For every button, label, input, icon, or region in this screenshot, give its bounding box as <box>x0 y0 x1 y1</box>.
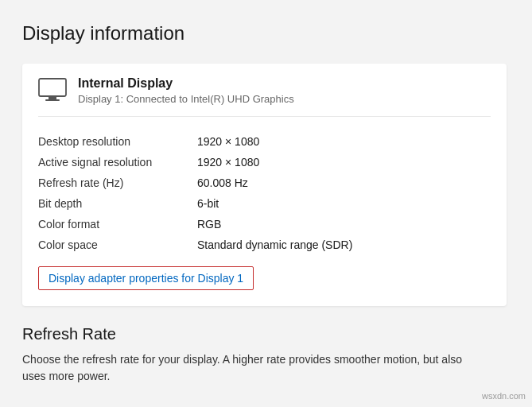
display-info-header-text: Internal Display Display 1: Connected to… <box>78 76 294 105</box>
row-value: 1920 × 1080 <box>197 131 491 152</box>
row-value: Standard dynamic range (SDR) <box>197 235 491 255</box>
row-label: Active signal resolution <box>38 152 197 172</box>
table-row: Desktop resolution1920 × 1080 <box>38 131 491 152</box>
row-label: Refresh rate (Hz) <box>38 172 197 193</box>
row-label: Bit depth <box>38 193 197 214</box>
adapter-link[interactable]: Display adapter properties for Display 1 <box>49 272 243 285</box>
row-value: 60.008 Hz <box>197 172 491 193</box>
page-title: Display information <box>22 22 507 45</box>
row-value: 6-bit <box>197 193 491 214</box>
svg-rect-2 <box>45 99 60 101</box>
display-info-table: Desktop resolution1920 × 1080Active sign… <box>38 131 491 255</box>
table-row: Color spaceStandard dynamic range (SDR) <box>38 235 491 255</box>
row-value: RGB <box>197 214 491 235</box>
watermark: wsxdn.com <box>482 391 526 401</box>
row-label: Desktop resolution <box>38 131 197 152</box>
table-row: Refresh rate (Hz)60.008 Hz <box>38 172 491 193</box>
table-row: Color formatRGB <box>38 214 491 235</box>
row-label: Color format <box>38 214 197 235</box>
refresh-rate-description: Choose the refresh rate for your display… <box>22 351 483 385</box>
display-header: Internal Display Display 1: Connected to… <box>38 76 491 117</box>
row-value: 1920 × 1080 <box>197 152 491 172</box>
display-subtitle: Display 1: Connected to Intel(R) UHD Gra… <box>78 93 294 105</box>
monitor-icon <box>38 78 67 104</box>
display-info-card: Internal Display Display 1: Connected to… <box>22 64 507 306</box>
adapter-link-wrapper: Display adapter properties for Display 1 <box>38 266 254 290</box>
row-label: Color space <box>38 235 197 255</box>
svg-rect-0 <box>39 79 66 96</box>
table-row: Active signal resolution1920 × 1080 <box>38 152 491 172</box>
refresh-rate-title: Refresh Rate <box>22 325 507 343</box>
display-name: Internal Display <box>78 76 294 91</box>
svg-rect-1 <box>49 96 56 99</box>
table-row: Bit depth6-bit <box>38 193 491 214</box>
